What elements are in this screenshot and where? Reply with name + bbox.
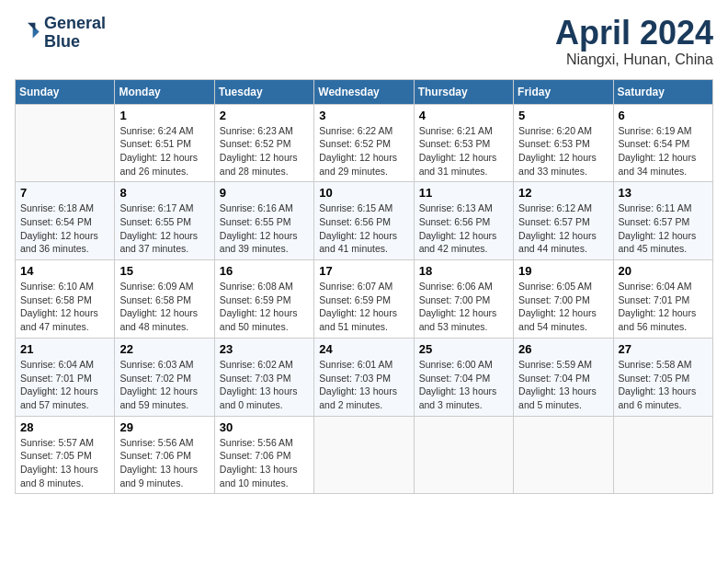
calendar-cell: 22Sunrise: 6:03 AM Sunset: 7:02 PM Dayli… — [115, 338, 214, 416]
calendar-cell: 5Sunrise: 6:20 AM Sunset: 6:53 PM Daylig… — [514, 104, 613, 182]
day-info: Sunrise: 5:59 AM Sunset: 7:04 PM Dayligh… — [518, 358, 608, 412]
calendar-cell: 18Sunrise: 6:06 AM Sunset: 7:00 PM Dayli… — [414, 260, 513, 339]
day-info: Sunrise: 6:19 AM Sunset: 6:54 PM Dayligh… — [619, 124, 708, 178]
week-row-4: 21Sunrise: 6:04 AM Sunset: 7:01 PM Dayli… — [16, 338, 713, 416]
calendar-cell: 6Sunrise: 6:19 AM Sunset: 6:54 PM Daylig… — [613, 104, 712, 182]
calendar-cell: 7Sunrise: 6:18 AM Sunset: 6:54 PM Daylig… — [16, 182, 115, 260]
day-info: Sunrise: 6:18 AM Sunset: 6:54 PM Dayligh… — [20, 201, 109, 256]
day-header-saturday: Saturday — [613, 79, 712, 104]
day-info: Sunrise: 6:03 AM Sunset: 7:02 PM Dayligh… — [119, 358, 209, 412]
day-info: Sunrise: 5:56 AM Sunset: 7:06 PM Dayligh… — [119, 436, 209, 490]
day-info: Sunrise: 6:10 AM Sunset: 6:58 PM Dayligh… — [20, 280, 109, 334]
week-row-2: 7Sunrise: 6:18 AM Sunset: 6:54 PM Daylig… — [16, 182, 713, 260]
location-title: Niangxi, Hunan, China — [555, 52, 713, 68]
day-number: 24 — [319, 342, 408, 356]
day-info: Sunrise: 6:16 AM Sunset: 6:55 PM Dayligh… — [220, 201, 309, 256]
day-number: 14 — [20, 264, 109, 278]
day-number: 8 — [119, 186, 209, 200]
day-info: Sunrise: 6:24 AM Sunset: 6:51 PM Dayligh… — [119, 124, 209, 178]
day-info: Sunrise: 6:20 AM Sunset: 6:53 PM Dayligh… — [518, 124, 608, 178]
day-info: Sunrise: 6:01 AM Sunset: 7:03 PM Dayligh… — [319, 358, 408, 412]
calendar-cell: 21Sunrise: 6:04 AM Sunset: 7:01 PM Dayli… — [16, 338, 115, 416]
day-number: 25 — [419, 342, 508, 356]
day-info: Sunrise: 6:00 AM Sunset: 7:04 PM Dayligh… — [419, 358, 508, 412]
week-row-5: 28Sunrise: 5:57 AM Sunset: 7:05 PM Dayli… — [16, 416, 713, 494]
day-header-monday: Monday — [115, 79, 214, 104]
calendar-cell: 11Sunrise: 6:13 AM Sunset: 6:56 PM Dayli… — [414, 182, 513, 260]
calendar-cell: 30Sunrise: 5:56 AM Sunset: 7:06 PM Dayli… — [214, 416, 313, 494]
logo-text: General Blue — [44, 15, 106, 52]
week-row-3: 14Sunrise: 6:10 AM Sunset: 6:58 PM Dayli… — [16, 260, 713, 339]
day-number: 16 — [220, 264, 309, 278]
day-info: Sunrise: 6:15 AM Sunset: 6:56 PM Dayligh… — [319, 201, 408, 256]
day-number: 29 — [119, 420, 209, 434]
day-number: 20 — [619, 264, 708, 278]
day-number: 5 — [518, 109, 608, 122]
calendar-cell: 19Sunrise: 6:05 AM Sunset: 7:00 PM Dayli… — [514, 260, 613, 339]
day-info: Sunrise: 6:21 AM Sunset: 6:53 PM Dayligh… — [419, 124, 508, 178]
day-number: 10 — [319, 186, 408, 200]
calendar-cell: 13Sunrise: 6:11 AM Sunset: 6:57 PM Dayli… — [613, 182, 712, 260]
page-header: General Blue April 2024 Niangxi, Hunan, … — [15, 15, 713, 68]
calendar-cell: 20Sunrise: 6:04 AM Sunset: 7:01 PM Dayli… — [613, 260, 712, 339]
day-number: 13 — [619, 186, 708, 200]
day-header-tuesday: Tuesday — [214, 79, 313, 104]
day-number: 19 — [518, 264, 608, 278]
day-info: Sunrise: 6:17 AM Sunset: 6:55 PM Dayligh… — [119, 201, 209, 256]
day-number: 26 — [518, 342, 608, 356]
day-header-thursday: Thursday — [414, 79, 513, 104]
calendar-cell — [514, 416, 613, 494]
day-info: Sunrise: 5:56 AM Sunset: 7:06 PM Dayligh… — [220, 436, 309, 490]
calendar-cell: 24Sunrise: 6:01 AM Sunset: 7:03 PM Dayli… — [314, 338, 414, 416]
calendar-cell: 17Sunrise: 6:07 AM Sunset: 6:59 PM Dayli… — [314, 260, 414, 339]
day-number: 6 — [619, 109, 708, 122]
month-title: April 2024 — [555, 15, 713, 52]
day-info: Sunrise: 6:22 AM Sunset: 6:52 PM Dayligh… — [319, 124, 408, 178]
calendar-cell: 16Sunrise: 6:08 AM Sunset: 6:59 PM Dayli… — [214, 260, 313, 339]
calendar-cell: 25Sunrise: 6:00 AM Sunset: 7:04 PM Dayli… — [414, 338, 513, 416]
day-number: 22 — [119, 342, 209, 356]
calendar-cell: 1Sunrise: 6:24 AM Sunset: 6:51 PM Daylig… — [115, 104, 214, 182]
calendar-cell: 10Sunrise: 6:15 AM Sunset: 6:56 PM Dayli… — [314, 182, 414, 260]
day-number: 27 — [619, 342, 708, 356]
day-number: 15 — [119, 264, 209, 278]
calendar-cell: 29Sunrise: 5:56 AM Sunset: 7:06 PM Dayli… — [115, 416, 214, 494]
day-number: 21 — [20, 342, 109, 356]
day-info: Sunrise: 6:08 AM Sunset: 6:59 PM Dayligh… — [220, 280, 309, 334]
calendar-header-row: SundayMondayTuesdayWednesdayThursdayFrid… — [16, 79, 713, 104]
day-number: 18 — [419, 264, 508, 278]
day-info: Sunrise: 6:13 AM Sunset: 6:56 PM Dayligh… — [419, 201, 508, 256]
day-info: Sunrise: 6:12 AM Sunset: 6:57 PM Dayligh… — [518, 201, 608, 256]
calendar-cell: 2Sunrise: 6:23 AM Sunset: 6:52 PM Daylig… — [214, 104, 313, 182]
calendar-cell: 28Sunrise: 5:57 AM Sunset: 7:05 PM Dayli… — [16, 416, 115, 494]
calendar-cell — [16, 104, 115, 182]
day-number: 2 — [220, 109, 309, 122]
day-number: 7 — [20, 186, 109, 200]
calendar-cell: 23Sunrise: 6:02 AM Sunset: 7:03 PM Dayli… — [214, 338, 313, 416]
day-info: Sunrise: 6:09 AM Sunset: 6:58 PM Dayligh… — [119, 280, 209, 334]
calendar-cell: 15Sunrise: 6:09 AM Sunset: 6:58 PM Dayli… — [115, 260, 214, 339]
day-number: 28 — [20, 420, 109, 434]
calendar-cell: 3Sunrise: 6:22 AM Sunset: 6:52 PM Daylig… — [314, 104, 414, 182]
logo-icon — [15, 20, 40, 46]
day-number: 1 — [119, 109, 209, 122]
day-info: Sunrise: 5:57 AM Sunset: 7:05 PM Dayligh… — [20, 436, 109, 490]
calendar-cell: 27Sunrise: 5:58 AM Sunset: 7:05 PM Dayli… — [613, 338, 712, 416]
day-header-wednesday: Wednesday — [314, 79, 414, 104]
day-number: 11 — [419, 186, 508, 200]
day-info: Sunrise: 6:23 AM Sunset: 6:52 PM Dayligh… — [220, 124, 309, 178]
day-header-friday: Friday — [514, 79, 613, 104]
logo: General Blue — [15, 15, 106, 52]
day-info: Sunrise: 6:06 AM Sunset: 7:00 PM Dayligh… — [419, 280, 508, 334]
calendar-cell: 8Sunrise: 6:17 AM Sunset: 6:55 PM Daylig… — [115, 182, 214, 260]
calendar-cell: 12Sunrise: 6:12 AM Sunset: 6:57 PM Dayli… — [514, 182, 613, 260]
week-row-1: 1Sunrise: 6:24 AM Sunset: 6:51 PM Daylig… — [16, 104, 713, 182]
day-info: Sunrise: 5:58 AM Sunset: 7:05 PM Dayligh… — [619, 358, 708, 412]
day-number: 23 — [220, 342, 309, 356]
calendar-cell: 4Sunrise: 6:21 AM Sunset: 6:53 PM Daylig… — [414, 104, 513, 182]
calendar-table: SundayMondayTuesdayWednesdayThursdayFrid… — [15, 79, 713, 495]
day-number: 4 — [419, 109, 508, 122]
calendar-cell — [414, 416, 513, 494]
day-number: 30 — [220, 420, 309, 434]
calendar-cell: 14Sunrise: 6:10 AM Sunset: 6:58 PM Dayli… — [16, 260, 115, 339]
